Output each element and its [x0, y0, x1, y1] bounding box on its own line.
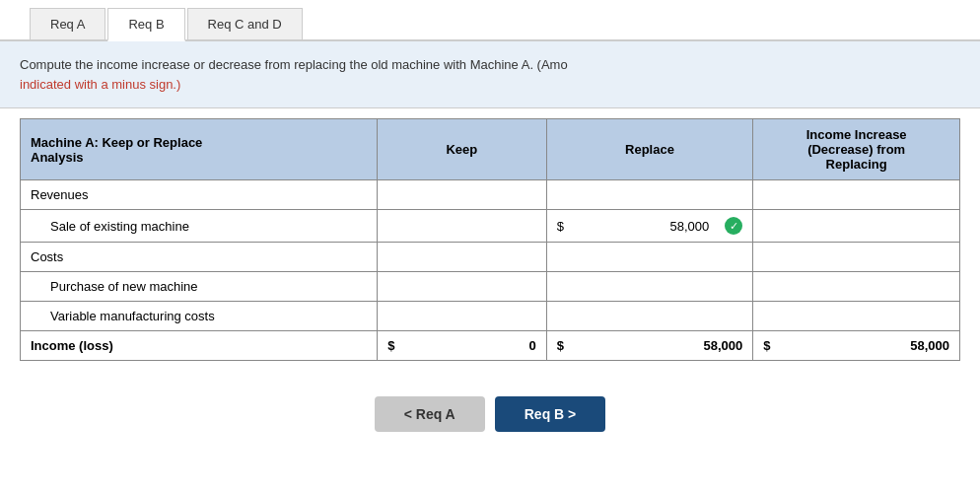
- dollar-replace: $: [557, 338, 564, 353]
- sale-keep: [378, 210, 547, 243]
- col-header-income: Income Increase(Decrease) fromReplacing: [753, 119, 960, 180]
- next-button[interactable]: Req B >: [495, 396, 606, 432]
- income-income-amount: 58,000: [779, 338, 949, 353]
- tab-req-b[interactable]: Req B: [107, 8, 184, 41]
- variable-keep: [378, 302, 547, 331]
- tab-req-cd[interactable]: Req C and D: [187, 8, 303, 39]
- income-keep-amount: 0: [402, 338, 535, 353]
- purchase-replace: [546, 272, 753, 302]
- table-row: Revenues: [21, 180, 960, 210]
- analysis-table: Machine A: Keep or ReplaceAnalysis Keep …: [20, 118, 960, 361]
- revenues-replace: [546, 180, 753, 210]
- revenues-keep: [378, 180, 547, 210]
- sale-label: Sale of existing machine: [21, 210, 378, 243]
- col-header-analysis: Machine A: Keep or ReplaceAnalysis: [21, 119, 378, 180]
- prev-button[interactable]: < Req A: [375, 396, 485, 432]
- sale-income: [753, 210, 960, 243]
- variable-replace: [546, 302, 753, 331]
- info-box: Compute the income increase or decrease …: [0, 41, 980, 108]
- income-income: $ 58,000: [753, 331, 960, 361]
- tab-req-a[interactable]: Req A: [30, 8, 105, 39]
- revenues-income: [753, 180, 960, 210]
- income-replace: $ 58,000: [546, 331, 753, 361]
- dollar-sign: $: [557, 219, 564, 234]
- tabs-bar: Req A Req B Req C and D: [0, 0, 980, 41]
- costs-replace: [546, 243, 753, 272]
- income-replace-amount: 58,000: [572, 338, 742, 353]
- col-header-keep: Keep: [378, 119, 547, 180]
- sale-replace-amount: 58,000: [572, 219, 713, 234]
- sale-replace-value: $ 58,000 ✓: [557, 217, 743, 235]
- info-red-text: indicated with a minus sign.): [20, 77, 180, 92]
- table-container: Machine A: Keep or ReplaceAnalysis Keep …: [0, 108, 980, 381]
- variable-income: [753, 302, 960, 331]
- dollar-keep: $: [387, 338, 394, 353]
- table-row: Sale of existing machine $ 58,000 ✓: [21, 210, 960, 243]
- costs-label: Costs: [21, 243, 378, 272]
- revenues-label: Revenues: [21, 180, 378, 210]
- income-replace-value: $ 58,000: [557, 338, 743, 353]
- purchase-keep: [378, 272, 547, 302]
- income-keep-value: $ 0: [387, 338, 536, 353]
- costs-income: [753, 243, 960, 272]
- income-income-value: $ 58,000: [763, 338, 949, 353]
- col-header-replace: Replace: [546, 119, 753, 180]
- checkmark-icon: ✓: [725, 217, 742, 235]
- income-loss-row: Income (loss) $ 0 $ 58,000 $: [21, 331, 960, 361]
- income-label: Income (loss): [21, 331, 378, 361]
- purchase-label: Purchase of new machine: [21, 272, 378, 302]
- costs-keep: [378, 243, 547, 272]
- purchase-income: [753, 272, 960, 302]
- table-row: Costs: [21, 243, 960, 272]
- variable-label: Variable manufacturing costs: [21, 302, 378, 331]
- sale-replace: $ 58,000 ✓: [546, 210, 753, 243]
- table-row: Purchase of new machine: [21, 272, 960, 302]
- bottom-nav: < Req A Req B >: [0, 381, 980, 448]
- table-row: Variable manufacturing costs: [21, 302, 960, 331]
- dollar-income: $: [763, 338, 770, 353]
- income-keep: $ 0: [378, 331, 547, 361]
- info-main-text: Compute the income increase or decrease …: [20, 57, 568, 72]
